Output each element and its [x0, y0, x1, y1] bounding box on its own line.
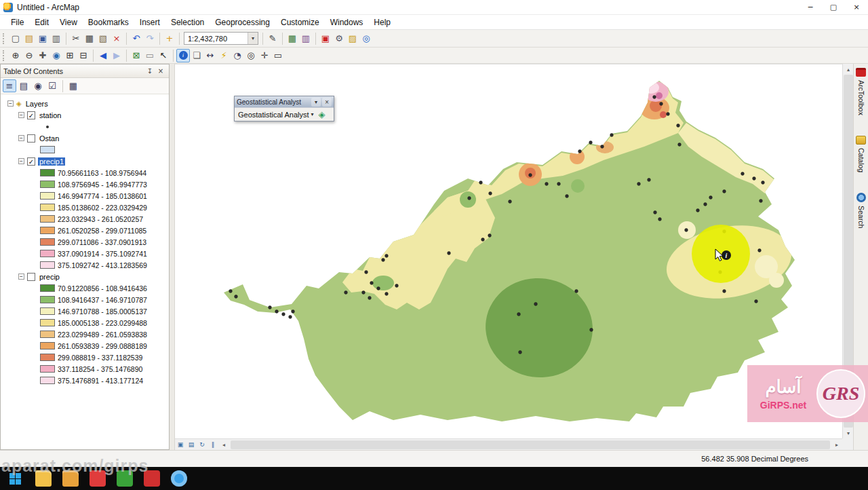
graph-icon[interactable]: ▥	[299, 32, 313, 45]
refresh-view-icon[interactable]: ↻	[197, 440, 208, 450]
map-horizontal-scrollbar[interactable]: ▣ ▤ ↻ ‖ ◂ ▸	[175, 438, 842, 450]
toolbar-grip[interactable]	[3, 50, 5, 61]
list-by-selection-icon[interactable]: ☑	[45, 79, 59, 92]
menu-view[interactable]: View	[54, 16, 83, 29]
aparat-app-icon[interactable]	[84, 467, 111, 490]
scroll-right-icon[interactable]: ▸	[831, 440, 842, 450]
horizontal-scroll-thumb[interactable]	[231, 440, 830, 449]
menu-bookmarks[interactable]: Bookmarks	[83, 16, 134, 29]
toolbar-grip[interactable]	[3, 33, 5, 44]
options-icon[interactable]: ▦	[66, 79, 80, 92]
toolbox-icon[interactable]: ▣	[319, 32, 332, 45]
back-extent-icon[interactable]: ◀	[96, 49, 110, 62]
catalog-icon[interactable]: ▨	[346, 32, 359, 45]
editor-icon[interactable]: ✎	[266, 32, 279, 45]
chevron-down-icon[interactable]: ▾	[248, 33, 258, 44]
pause-drawing-icon[interactable]: ‖	[208, 440, 218, 450]
zoom-in-icon[interactable]: ⊕	[9, 49, 22, 62]
browser-app-icon[interactable]	[165, 467, 193, 490]
expander-icon[interactable]: −	[18, 274, 24, 280]
chevron-down-icon[interactable]: ▾	[311, 98, 321, 107]
layer-checkbox[interactable]: ✓	[27, 111, 35, 119]
layer-checkbox[interactable]: ✓	[27, 157, 35, 166]
list-by-drawing-order-icon[interactable]: ≡	[3, 79, 16, 92]
expander-icon[interactable]: −	[18, 158, 24, 164]
add-data-icon[interactable]: +	[163, 32, 176, 45]
html-popup-icon[interactable]: ❏	[190, 49, 203, 62]
viewer-window-icon[interactable]: ▭	[271, 49, 285, 62]
green-app-icon[interactable]	[111, 467, 138, 490]
new-map-icon[interactable]: ▢	[9, 32, 22, 45]
panel-splitter[interactable]	[170, 64, 175, 450]
find-icon[interactable]: ◎	[244, 49, 258, 62]
menu-file[interactable]: File	[5, 16, 29, 29]
menu-selection[interactable]: Selection	[165, 16, 210, 29]
dock-tab-catalog[interactable]: Catalog	[856, 136, 866, 172]
menu-insert[interactable]: Insert	[134, 16, 165, 29]
go-to-xy-icon[interactable]: ✛	[258, 49, 271, 62]
menu-windows[interactable]: Windows	[325, 16, 369, 29]
layer-name[interactable]: station	[38, 111, 62, 119]
geostatistical-analyst-toolbar[interactable]: Geostatistical Analyst ▾ × Geostatistica…	[234, 96, 334, 121]
list-by-visibility-icon[interactable]: ◉	[31, 79, 45, 92]
select-features-icon[interactable]: ⊠	[130, 49, 143, 62]
dock-tab-arctoolbox[interactable]: ArcToolbox	[856, 68, 866, 115]
list-by-source-icon[interactable]: ▤	[17, 79, 31, 92]
close-icon[interactable]: ×	[155, 67, 166, 75]
fixed-zoom-in-icon[interactable]: ⊞	[63, 49, 77, 62]
layer-name[interactable]: precip	[38, 273, 61, 281]
menu-help[interactable]: Help	[368, 16, 396, 29]
geostatistical-analyst-menu-button[interactable]: Geostatistical Analyst ▾ ◈	[235, 107, 334, 121]
start-button[interactable]	[0, 467, 30, 490]
map-area[interactable]: i Geostatistical Analyst ▾ × Geostatisti…	[175, 64, 842, 438]
layer-checkbox[interactable]	[27, 273, 35, 281]
full-extent-icon[interactable]: ◉	[50, 49, 63, 62]
copy-icon[interactable]: ▦	[83, 32, 96, 45]
menu-geoprocessing[interactable]: Geoprocessing	[210, 16, 275, 29]
menu-edit[interactable]: Edit	[29, 16, 54, 29]
table-icon[interactable]: ▦	[285, 32, 299, 45]
floating-toolbar-titlebar[interactable]: Geostatistical Analyst ▾ ×	[235, 96, 334, 107]
file-explorer-icon[interactable]	[30, 467, 57, 490]
fixed-zoom-out-icon[interactable]: ⊟	[77, 49, 90, 62]
layer-name[interactable]: Ostan	[38, 134, 60, 143]
delete-icon[interactable]: ×	[110, 32, 123, 45]
paste-icon[interactable]: ▧	[96, 32, 110, 45]
minimize-button[interactable]: −	[799, 0, 822, 14]
model-icon[interactable]: ⚙	[332, 32, 346, 45]
print-icon[interactable]: ▥	[50, 32, 63, 45]
pin-icon[interactable]: ↧	[144, 67, 155, 75]
scale-combobox[interactable]: 1:2,432,780 ▾	[184, 32, 258, 45]
scroll-up-icon[interactable]: ▴	[843, 64, 854, 75]
search-window-icon[interactable]: ◎	[359, 32, 373, 45]
close-icon[interactable]: ×	[322, 98, 332, 107]
scroll-down-icon[interactable]: ▾	[843, 428, 854, 438]
clear-selection-icon[interactable]: ▭	[143, 49, 157, 62]
expander-icon[interactable]: −	[18, 112, 24, 118]
time-slider-icon[interactable]: ◔	[231, 49, 244, 62]
cut-icon[interactable]: ✂	[69, 32, 83, 45]
folder-app-icon[interactable]	[57, 467, 84, 490]
red-app-icon[interactable]	[138, 467, 165, 490]
redo-icon[interactable]: ↷	[143, 32, 157, 45]
scroll-left-icon[interactable]: ◂	[218, 440, 229, 450]
hyperlink-icon[interactable]: ⚡	[217, 49, 231, 62]
pan-icon[interactable]: ✚	[36, 49, 50, 62]
measure-icon[interactable]: ↔	[203, 49, 217, 62]
select-elements-icon[interactable]: ↖	[157, 49, 170, 62]
identify-icon[interactable]: i	[176, 49, 190, 62]
undo-icon[interactable]: ↶	[130, 32, 143, 45]
menu-customize[interactable]: Customize	[275, 16, 325, 29]
close-button[interactable]: ×	[845, 0, 868, 14]
expander-icon[interactable]: −	[18, 135, 24, 141]
dock-tab-search[interactable]: Search	[856, 193, 866, 228]
maximize-button[interactable]: ▢	[822, 0, 845, 14]
save-icon[interactable]: ▣	[36, 32, 50, 45]
layer-name[interactable]: precip1	[38, 157, 65, 166]
zoom-out-icon[interactable]: ⊖	[22, 49, 36, 62]
open-icon[interactable]: ▤	[22, 32, 36, 45]
layout-view-icon[interactable]: ▤	[186, 440, 197, 450]
forward-extent-icon[interactable]: ▶	[110, 49, 123, 62]
data-view-icon[interactable]: ▣	[175, 440, 186, 450]
expander-icon[interactable]: −	[7, 100, 14, 107]
